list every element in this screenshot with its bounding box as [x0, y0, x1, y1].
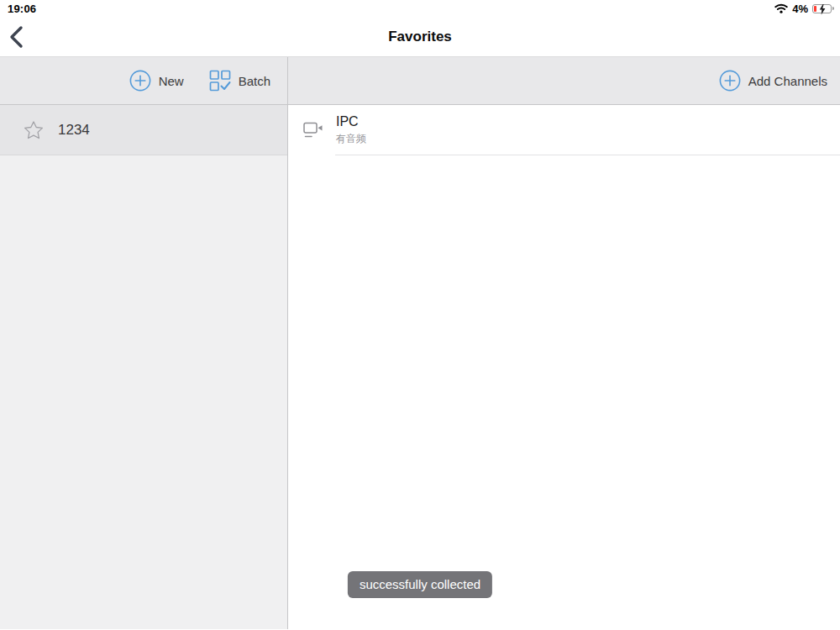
plus-circle-icon [719, 70, 741, 92]
channel-text: IPC 有音频 [336, 114, 366, 146]
battery-nub [832, 7, 834, 10]
row-divider [335, 155, 840, 155]
channel-row[interactable]: IPC 有音频 [288, 105, 840, 155]
main-area: 1234 IPC 有音频 [0, 105, 840, 629]
video-camera-icon [302, 121, 325, 139]
new-button[interactable]: New [129, 70, 184, 92]
channel-list: IPC 有音频 [288, 105, 840, 629]
batch-button[interactable]: Batch [209, 70, 270, 92]
toast-message: successfully collected [348, 571, 492, 598]
favorites-group-list: 1234 [0, 105, 288, 629]
status-icons: 4% [774, 3, 834, 15]
battery-percent-label: 4% [792, 3, 808, 15]
channel-subtitle: 有音频 [336, 132, 366, 146]
page-title: Favorites [0, 17, 840, 57]
toolbar-left-section: New Batch [0, 57, 288, 104]
add-channels-button[interactable]: Add Channels [719, 70, 827, 92]
toolbar-right-section: Add Channels [288, 57, 840, 104]
wifi-icon [774, 3, 788, 13]
favorite-group-row[interactable]: 1234 [0, 105, 287, 155]
chevron-left-icon [8, 25, 24, 49]
status-bar: 19:06 4% [0, 0, 840, 17]
battery-icon [812, 4, 834, 13]
back-button[interactable] [8, 23, 34, 51]
new-button-label: New [159, 74, 184, 88]
nav-bar: Favorites [0, 17, 840, 57]
toolbar: New Batch Add Channel [0, 57, 840, 105]
plus-circle-icon [129, 70, 151, 92]
status-time: 19:06 [8, 3, 36, 15]
add-channels-button-label: Add Channels [748, 74, 827, 88]
battery-charging-bolt-icon [813, 4, 831, 15]
star-icon [22, 118, 45, 142]
favorite-group-label: 1234 [58, 122, 90, 139]
batch-select-icon [209, 70, 231, 92]
batch-button-label: Batch [239, 74, 270, 88]
channel-title: IPC [336, 114, 366, 129]
